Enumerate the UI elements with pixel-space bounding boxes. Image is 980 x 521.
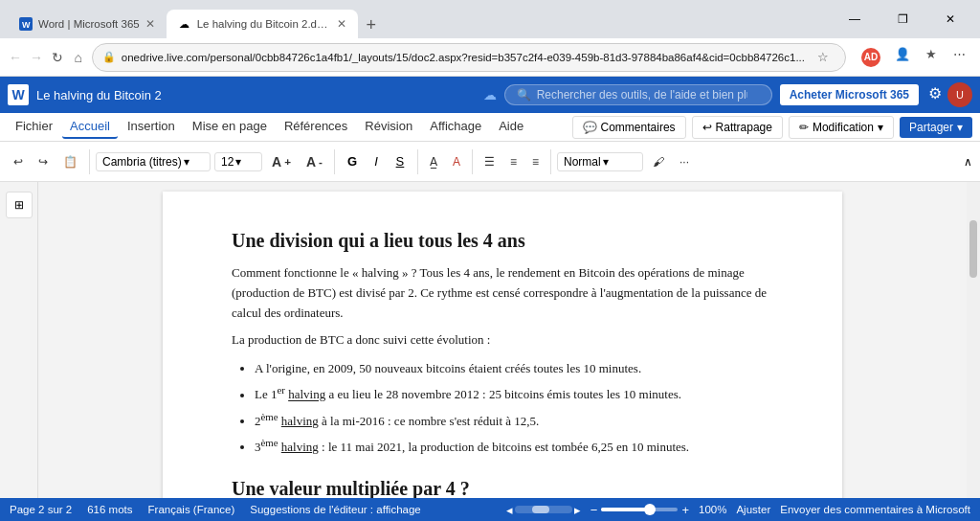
list-item: Le 1er halving a eu lieu le 28 novembre … bbox=[255, 381, 773, 405]
separator-2 bbox=[334, 149, 335, 174]
font-color-button[interactable]: A bbox=[447, 152, 466, 171]
bold-button[interactable]: G bbox=[341, 150, 364, 173]
paragraph-1: Comment fonctionne le « halving » ? Tous… bbox=[232, 263, 773, 323]
buy-microsoft-button[interactable]: Acheter Microsoft 365 bbox=[780, 84, 919, 105]
list-button[interactable]: ☰ bbox=[479, 152, 501, 171]
tab-word[interactable]: W Word | Microsoft 365 ✕ bbox=[8, 10, 167, 38]
favorites-icon[interactable]: ★ bbox=[919, 42, 944, 67]
modif-chevron-icon: ▾ bbox=[878, 121, 883, 134]
status-bar: Page 2 sur 2 616 mots Français (France) … bbox=[0, 498, 980, 521]
page-count: Page 2 sur 2 bbox=[10, 504, 72, 515]
close-button[interactable]: ✕ bbox=[928, 4, 972, 34]
secure-icon: 🔒 bbox=[102, 51, 116, 63]
menu-references[interactable]: Références bbox=[277, 115, 355, 139]
separator-1 bbox=[89, 149, 90, 174]
document-scroll[interactable]: Une division qui a lieu tous les 4 ans C… bbox=[38, 182, 967, 498]
zoom-control: − + bbox=[590, 503, 689, 517]
scrollbar-thumb[interactable] bbox=[969, 220, 977, 278]
word-search-bar[interactable]: 🔍 bbox=[504, 84, 772, 105]
redo-button[interactable]: ↪ bbox=[33, 152, 54, 171]
new-tab-button[interactable]: + bbox=[358, 11, 385, 38]
italic-button[interactable]: I bbox=[365, 150, 388, 173]
collapse-ribbon-icon[interactable]: ∧ bbox=[964, 155, 972, 169]
address-actions: ☆ bbox=[811, 45, 835, 70]
separator-3 bbox=[417, 149, 418, 174]
menu-affichage[interactable]: Affichage bbox=[422, 115, 489, 139]
rattrapage-icon: ↩ bbox=[702, 121, 712, 134]
paragraph-2: La production de BTC a donc suivi cette … bbox=[232, 330, 773, 351]
ribbon-bar: Fichier Accueil Insertion Mise en page R… bbox=[0, 113, 980, 142]
window-controls: — ❐ ✕ bbox=[833, 4, 972, 34]
font-family-selector[interactable]: Cambria (titres) ▾ bbox=[96, 152, 211, 171]
menu-fichier[interactable]: Fichier bbox=[8, 115, 60, 139]
rattrapage-button[interactable]: ↩ Rattrapage bbox=[692, 116, 783, 139]
format-buttons: G I S bbox=[341, 150, 412, 173]
zoom-plus-button[interactable]: + bbox=[681, 503, 689, 517]
style-selector[interactable]: Normal ▾ bbox=[557, 152, 643, 171]
address-bar[interactable]: 🔒 onedrive.live.com/personal/0cbb84726c1… bbox=[92, 43, 846, 72]
edit-icon: ✏ bbox=[799, 121, 809, 134]
undo-button[interactable]: ↩ bbox=[8, 152, 29, 171]
vertical-scrollbar[interactable] bbox=[967, 182, 980, 498]
bookmark-icon[interactable]: ☆ bbox=[811, 45, 835, 70]
reload-button[interactable]: ↻ bbox=[50, 44, 65, 71]
home-button[interactable]: ⌂ bbox=[71, 44, 86, 71]
status-right: ◂ ▸ − + 100% Ajuster Envoyer des comment… bbox=[506, 503, 970, 517]
menu-insertion[interactable]: Insertion bbox=[120, 115, 183, 139]
send-feedback[interactable]: Envoyer des commentaires à Microsoft bbox=[780, 504, 970, 515]
more-icon[interactable]: ⋯ bbox=[947, 42, 972, 67]
cloud-save-icon[interactable]: ☁ bbox=[483, 87, 497, 102]
underline-button[interactable]: S bbox=[389, 150, 412, 173]
zoom-minus-button[interactable]: − bbox=[590, 503, 598, 517]
sidebar-nav-icon[interactable]: ⊞ bbox=[6, 192, 33, 218]
search-icon: 🔍 bbox=[517, 88, 531, 102]
scroll-right-icon[interactable]: ▸ bbox=[574, 503, 581, 517]
increase-font-button[interactable]: A+ bbox=[266, 151, 297, 172]
word-search-input[interactable] bbox=[537, 88, 747, 102]
settings-icon[interactable]: ⚙ bbox=[926, 82, 944, 107]
tab-onedrive[interactable]: ☁ Le halving du Bitcoin 2.docx ✕ bbox=[167, 10, 358, 38]
highlight-button[interactable]: A̲ bbox=[424, 152, 443, 171]
tab-word-label: Word | Microsoft 365 bbox=[38, 18, 140, 30]
tab-onedrive-close[interactable]: ✕ bbox=[337, 17, 346, 31]
forward-button[interactable]: → bbox=[29, 44, 44, 71]
profile-icon[interactable]: 👤 bbox=[890, 42, 915, 67]
h-scrollbar-thumb[interactable] bbox=[532, 506, 549, 513]
tab-bar: W Word | Microsoft 365 ✕ ☁ Le halving du… bbox=[8, 0, 825, 38]
editor-suggestions[interactable]: Suggestions de l'éditeur : affichage bbox=[250, 504, 420, 515]
font-size-selector[interactable]: 12 ▾ bbox=[214, 152, 262, 171]
svg-text:W: W bbox=[22, 20, 31, 30]
font-dropdown-icon: ▾ bbox=[184, 155, 189, 169]
scroll-left-icon[interactable]: ◂ bbox=[506, 503, 513, 517]
comments-button[interactable]: 💬 Commentaires bbox=[572, 116, 686, 139]
language: Français (France) bbox=[148, 504, 235, 515]
menu-aide[interactable]: Aide bbox=[491, 115, 531, 139]
back-button[interactable]: ← bbox=[8, 44, 23, 71]
heading-1: Une division qui a lieu tous les 4 ans bbox=[232, 230, 773, 252]
horizontal-scroll-bar: ◂ ▸ bbox=[506, 503, 581, 517]
paint-format-button[interactable]: 🖌 bbox=[647, 152, 670, 171]
list-item: 3ème halving : le 11 mai 2021, la produc… bbox=[255, 434, 773, 458]
extensions-icon[interactable]: AD bbox=[856, 42, 886, 73]
list-item: 2ème halving à la mi-2016 : ce nombre s'… bbox=[255, 408, 773, 432]
zoom-thumb[interactable] bbox=[644, 504, 656, 515]
numbered-list-button[interactable]: ≡ bbox=[504, 152, 523, 171]
maximize-button[interactable]: ❐ bbox=[880, 4, 924, 34]
modification-button[interactable]: ✏ Modification ▾ bbox=[789, 116, 894, 139]
tab-onedrive-label: Le halving du Bitcoin 2.docx bbox=[197, 18, 331, 30]
align-button[interactable]: ≡ bbox=[526, 152, 545, 171]
word-count: 616 mots bbox=[87, 504, 132, 515]
partager-button[interactable]: Partager ▾ bbox=[900, 117, 972, 138]
menu-revision[interactable]: Révision bbox=[357, 115, 420, 139]
tab-word-close[interactable]: ✕ bbox=[145, 17, 155, 31]
zoom-slider-track[interactable] bbox=[601, 508, 678, 511]
menu-mise-en-page[interactable]: Mise en page bbox=[185, 115, 275, 139]
style-dropdown-icon: ▾ bbox=[603, 155, 609, 169]
minimize-button[interactable]: — bbox=[833, 4, 877, 34]
more-button[interactable]: ··· bbox=[674, 152, 695, 171]
zoom-ajuster[interactable]: Ajuster bbox=[736, 504, 770, 515]
clipboard-button[interactable]: 📋 bbox=[57, 152, 83, 171]
menu-accueil[interactable]: Accueil bbox=[62, 115, 118, 139]
decrease-font-button[interactable]: A- bbox=[301, 151, 328, 172]
user-avatar[interactable]: U bbox=[947, 82, 972, 107]
